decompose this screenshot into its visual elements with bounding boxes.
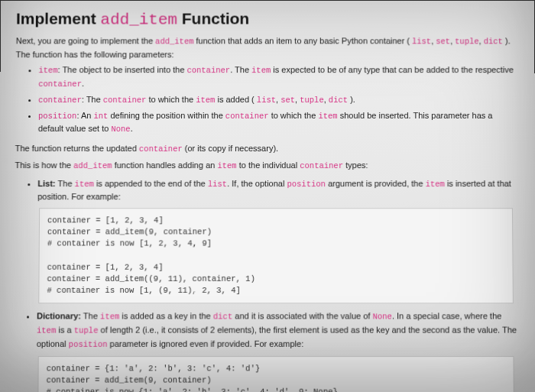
intro-paragraph: Next, you are going to implement the add…: [16, 34, 520, 60]
type-handling-list: List: The item is appended to the end of…: [15, 177, 520, 203]
return-paragraph: The function returns the updated contain…: [15, 142, 520, 156]
document-page: Implement add_item Function Next, you ar…: [0, 1, 535, 392]
type-handling-list-2: Dictionary: The item is added as a key i…: [14, 310, 522, 352]
param-container: container: The container to which the it…: [38, 93, 520, 107]
dict-handling: Dictionary: The item is added as a key i…: [37, 310, 522, 352]
title-code: add_item: [100, 11, 177, 29]
code-example-list: container = [1, 2, 3, 4] container = add…: [38, 208, 514, 304]
list-handling: List: The item is appended to the end of…: [37, 177, 520, 203]
title-post: Function: [177, 10, 249, 28]
title-pre: Implement: [16, 10, 101, 28]
code-add-item: add_item: [155, 37, 193, 46]
param-item: item: The object to be inserted into the…: [38, 63, 519, 90]
page-title: Implement add_item Function: [16, 10, 519, 29]
code-example-dict: container = {1: 'a', 2: 'b', 3: 'c', 4: …: [37, 356, 514, 392]
handles-paragraph: This is how the add_item function handle…: [15, 159, 520, 173]
param-position: position: An int defining the position w…: [38, 109, 520, 136]
parameter-list: item: The object to be inserted into the…: [15, 63, 520, 136]
